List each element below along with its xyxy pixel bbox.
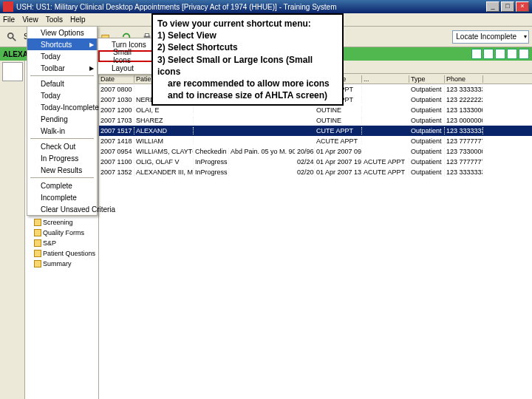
cell: 123 7330000 [445, 148, 483, 155]
tree-item[interactable]: Screening [27, 217, 97, 228]
cell: 2007 0800 [99, 86, 134, 93]
table-area: Selected DatePatientStatusReason...Appt … [99, 61, 532, 399]
cell: 123 3333333 [445, 168, 483, 176]
minimize-button[interactable]: _ [486, 1, 499, 12]
menu-item[interactable]: Clear Unsaved Criteria [27, 203, 97, 215]
cell: OLIG, OLAF V [134, 158, 194, 166]
menu-help[interactable]: Help [70, 16, 86, 24]
cell: Outpatient [409, 106, 445, 114]
menu-item[interactable]: Today [27, 89, 97, 101]
tree-label: Screening [43, 219, 73, 226]
folder-icon [34, 250, 41, 257]
pt-icon-4[interactable] [507, 49, 517, 59]
cell: Outpatient [409, 127, 445, 134]
overlay-line1: 1) Select View [157, 30, 338, 41]
table-row[interactable]: 2007 1200OLAI, EOUTINEOutpatient123 1333… [99, 105, 532, 115]
view-menu[interactable]: View OptionsShortcuts▶TodayToolbar▶Defau… [27, 26, 98, 216]
menu-item[interactable]: Pending [27, 113, 97, 125]
overlay-line3b: are recommended to allow more icons [157, 78, 338, 89]
cell: ACUTE APPT [315, 137, 362, 145]
menu-file[interactable]: File [3, 16, 15, 24]
menu-item[interactable]: View Options [27, 27, 97, 38]
cell: 2007 1352 [99, 168, 134, 176]
sidebar [0, 61, 25, 399]
cell: 123 1333000 [445, 106, 483, 114]
app-icon [3, 1, 13, 12]
col-header[interactable]: ... [362, 75, 409, 83]
cell: SHAREZ [134, 117, 194, 124]
col-header[interactable]: Date [99, 75, 134, 83]
pt-icon-1[interactable] [471, 49, 482, 59]
pt-icon-3[interactable] [495, 49, 505, 59]
cell: 123 7777777 [445, 158, 483, 166]
cell: 01 Apr 2007 1952 [315, 158, 362, 166]
table-row[interactable]: 2007 0954WILLIAMS, CLAYTON DCheckedinAbd… [99, 146, 532, 157]
table-row[interactable]: 2007 1517ALEXANDCUTE APPTOutpatient123 3… [99, 126, 532, 136]
cell: ACUTE APPT [362, 158, 409, 166]
titlebar: USH: US1: Military Clinical Desktop Appo… [0, 0, 532, 13]
menu-item[interactable]: Walk-in [27, 125, 97, 137]
cell: 2007 1200 [99, 106, 134, 114]
folder-icon [34, 260, 41, 267]
cell: 2007 1418 [99, 137, 134, 145]
sidebar-shortcut[interactable] [2, 62, 23, 81]
menu-item[interactable]: Shortcuts▶ [27, 38, 97, 50]
maximize-button[interactable]: □ [501, 1, 514, 12]
cell: Abd Pain. 05 yo M. 90.7. 120/95. hr 75. … [229, 148, 296, 155]
tree-label: Quality Forms [43, 229, 84, 236]
window-title: USH: US1: Military Clinical Desktop Appo… [16, 3, 336, 11]
svg-point-0 [8, 33, 13, 38]
pt-icon-2[interactable] [483, 49, 494, 59]
menu-item[interactable]: Default [27, 78, 97, 89]
locate-label: Locate Incomplete [456, 33, 516, 41]
menu-item[interactable]: In Progress [27, 152, 97, 164]
tree-label: Patient Questions [43, 250, 95, 257]
cell: Outpatient [409, 158, 445, 166]
shortcuts-submenu[interactable]: Turn IconsSmall IconsLayout [98, 38, 155, 75]
overlay-line3: 3) Select Small or Large Icons (Small ic… [157, 54, 338, 78]
table-row[interactable]: 2007 1352ALEXANDER III, MARIO DInProgres… [99, 167, 532, 177]
menu-item[interactable]: Incomplete [27, 191, 97, 203]
tree-item[interactable]: Summary [27, 259, 97, 269]
cell: 2007 1517 [99, 127, 134, 134]
cell: OLAI, E [134, 106, 194, 114]
tree-item[interactable]: Quality Forms [27, 228, 97, 238]
tree-label: S&P [43, 239, 56, 247]
close-button[interactable]: × [516, 1, 529, 12]
table-row[interactable]: 2007 1100OLIG, OLAF VInProgress02/245030… [99, 157, 532, 167]
instruction-overlay: To view your current shortcut menu: 1) S… [151, 13, 344, 106]
menu-item[interactable]: Today-Incomplete [27, 101, 97, 113]
cell: ACUTE APPT [362, 168, 409, 176]
cell: 2007 0954 [99, 148, 134, 155]
cell: 2007 1100 [99, 158, 134, 166]
svg-line-1 [13, 37, 16, 40]
menu-tools[interactable]: Tools [46, 16, 63, 24]
cell: 123 7777777 [445, 137, 483, 145]
submenu-item[interactable]: Small Icons [98, 50, 154, 62]
menu-view[interactable]: View [22, 16, 38, 24]
menu-item[interactable]: Complete [27, 180, 97, 191]
menu-item[interactable]: Check Out [27, 140, 97, 152]
folder-icon [34, 229, 41, 236]
search-button[interactable] [3, 29, 21, 45]
cell: CUTE APPT [315, 127, 362, 134]
menu-item[interactable]: Today [27, 50, 97, 62]
cell: Outpatient [409, 137, 445, 145]
chevron-right-icon: ▶ [89, 65, 94, 72]
cell: 2007 1703 [99, 117, 134, 124]
cell: ALEXAND [134, 127, 194, 134]
tree-item[interactable]: Patient Questions [27, 248, 97, 259]
col-header[interactable]: Phone [445, 75, 483, 83]
cell: InProgress [194, 168, 229, 176]
cell: 2007 1030 [99, 96, 134, 103]
tree-item[interactable]: S&P [27, 238, 97, 248]
pt-icon-5[interactable] [519, 49, 529, 59]
cell: 123 0000000 [445, 117, 483, 124]
cell: 123 3333333 [445, 86, 483, 93]
table-row[interactable]: 2007 1418WILLIAMACUTE APPTOutpatient123 … [99, 136, 532, 146]
menu-item[interactable]: New Results [27, 164, 97, 176]
col-header[interactable]: Type [409, 75, 445, 83]
locate-dropdown[interactable]: Locate Incomplete [452, 30, 529, 44]
table-row[interactable]: 2007 1703SHAREZOUTINEOutpatient123 00000… [99, 115, 532, 126]
menu-item[interactable]: Toolbar▶ [27, 62, 97, 74]
